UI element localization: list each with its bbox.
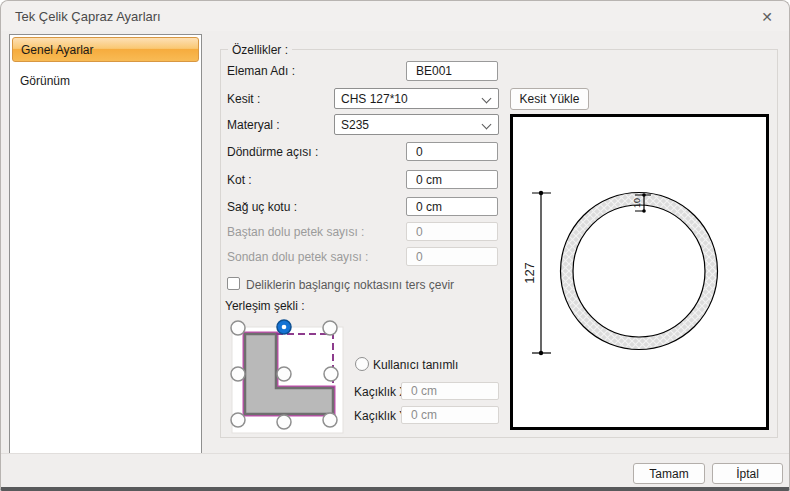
sag-uc-kotu-input[interactable] <box>406 197 498 216</box>
footer-divider <box>1 453 790 454</box>
dialog-title: Tek Çelik Çapraz Ayarları <box>15 9 161 24</box>
placement-radio-top-right[interactable] <box>323 321 337 335</box>
eleman-adi-label: Eleman Adı : <box>227 64 295 78</box>
eleman-adi-input[interactable] <box>406 61 498 81</box>
kesit-selected-value: CHS 127*10 <box>341 92 408 106</box>
thickness-dim-text: 10 <box>632 198 642 208</box>
iptal-button[interactable]: İptal <box>712 463 783 484</box>
tamam-button[interactable]: Tamam <box>633 463 705 484</box>
dondurme-acisi-label: Döndürme açısı : <box>227 145 318 159</box>
dondurme-acisi-input[interactable] <box>406 142 498 161</box>
kesit-dropdown[interactable]: CHS 127*10 <box>334 88 499 109</box>
kesit-label: Kesit : <box>227 92 260 106</box>
kot-input[interactable] <box>406 170 498 189</box>
kot-label: Kot : <box>227 173 252 187</box>
settings-category-list: Genel Ayarlar Görünüm <box>9 34 202 454</box>
chevron-down-icon <box>482 120 492 130</box>
bastan-petek-input <box>406 222 498 241</box>
kullanici-tanimli-label: Kullanıcı tanımlı <box>373 358 458 372</box>
placement-radio-center[interactable] <box>277 367 291 381</box>
placement-radio-top-left[interactable] <box>231 321 245 335</box>
ters-cevir-checkbox[interactable] <box>227 277 240 290</box>
title-bar: Tek Çelik Çapraz Ayarları ✕ <box>1 1 789 31</box>
yerlesim-sekli-label: Yerleşim şekli : <box>225 299 305 313</box>
chevron-down-icon <box>482 94 492 104</box>
placement-radio-selected-dot <box>282 325 287 330</box>
placement-radio-mid-left[interactable] <box>231 367 245 381</box>
sag-uc-kotu-label: Sağ uç kotu : <box>227 200 297 214</box>
dialog-tek-celik-capraz-ayarlari: Tek Çelik Çapraz Ayarları ✕ Genel Ayarla… <box>0 0 790 491</box>
placement-radio-bottom-right[interactable] <box>323 413 337 427</box>
kaciklik-x-input <box>401 382 499 400</box>
materyal-dropdown[interactable]: S235 <box>334 114 499 135</box>
placement-radio-mid-right[interactable] <box>324 367 338 381</box>
kaciklik-y-input <box>401 406 499 424</box>
diameter-dim-text: 127 <box>522 262 537 284</box>
sondan-petek-input <box>406 247 498 266</box>
chs-ring <box>561 193 718 350</box>
placement-radio-bottom-center[interactable] <box>277 415 291 429</box>
sidebar-item-gorunum[interactable]: Görünüm <box>14 69 199 93</box>
sidebar-item-genel-ayarlar[interactable]: Genel Ayarlar <box>12 37 199 62</box>
ozellikler-legend: Özellikler : <box>228 43 292 57</box>
materyal-label: Materyal : <box>227 118 280 132</box>
materyal-selected-value: S235 <box>341 118 369 132</box>
sondan-petek-label: Sondan dolu petek sayısı : <box>227 250 368 264</box>
kesit-yukle-button[interactable]: Kesit Yükle <box>510 88 589 110</box>
section-preview-box: 127 10 <box>510 114 769 430</box>
chs-section-drawing: 127 10 <box>513 117 766 427</box>
close-icon[interactable]: ✕ <box>757 7 777 27</box>
placement-radio-bottom-left[interactable] <box>231 413 245 427</box>
placement-shape-widget <box>226 316 351 441</box>
kullanici-tanimli-radio[interactable] <box>355 357 369 371</box>
ters-cevir-label: Deliklerin başlangıç noktasını ters çevi… <box>246 278 454 292</box>
bastan-petek-label: Baştan dolu petek sayısı : <box>227 225 364 239</box>
